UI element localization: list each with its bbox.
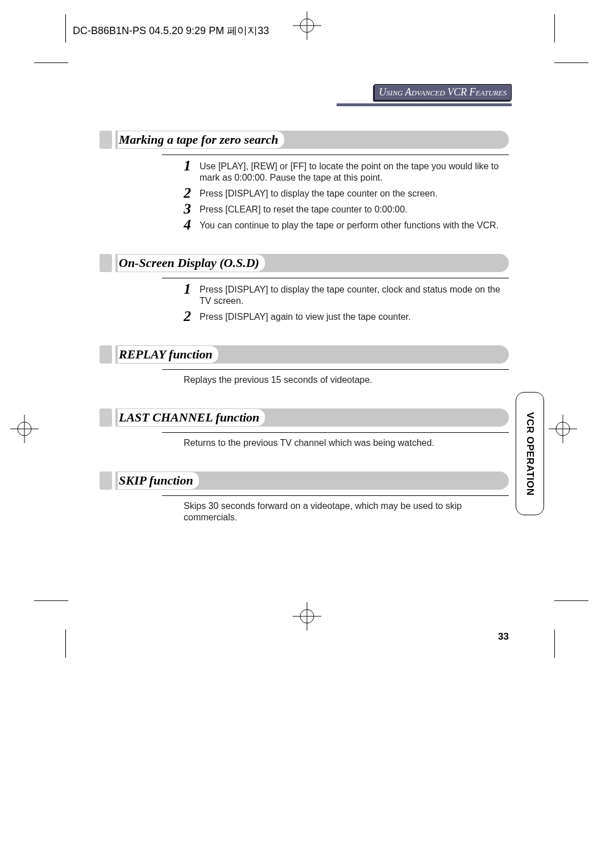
heading-title: On-Screen Display (O.S.D) bbox=[118, 254, 265, 272]
step-number: 2 bbox=[184, 187, 196, 199]
registration-mark-icon bbox=[549, 415, 577, 443]
section-body: Replays the previous 15 seconds of video… bbox=[184, 374, 479, 386]
divider bbox=[162, 369, 509, 370]
side-tab: VCR OPERATION bbox=[516, 392, 544, 515]
page-number: 33 bbox=[498, 631, 509, 642]
heading-bullet-icon bbox=[99, 254, 112, 272]
trim-mark bbox=[65, 629, 66, 658]
heading-bullet-icon bbox=[99, 131, 112, 149]
section-header-label: Using Advanced VCR Features bbox=[374, 84, 512, 101]
divider bbox=[162, 432, 509, 433]
section-heading: LAST CHANNEL function bbox=[99, 408, 509, 427]
trim-mark bbox=[34, 600, 68, 601]
section-heading: Marking a tape for zero search bbox=[99, 131, 509, 149]
step-number: 1 bbox=[184, 160, 196, 172]
trim-mark bbox=[65, 14, 66, 43]
divider bbox=[162, 278, 509, 278]
divider bbox=[162, 155, 509, 155]
trim-mark bbox=[34, 62, 68, 63]
step-text: Use [PLAY], [REW] or [FF] to locate the … bbox=[200, 160, 509, 183]
trim-mark bbox=[554, 629, 555, 658]
section-heading: SKIP function bbox=[99, 471, 509, 490]
print-header: DC-B86B1N-PS 04.5.20 9:29 PM 페이지33 bbox=[73, 24, 269, 37]
step-text: Press [DISPLAY] to display the tape coun… bbox=[200, 283, 509, 307]
section-header-rule bbox=[337, 103, 512, 106]
heading-bullet-icon bbox=[99, 408, 112, 427]
trim-mark bbox=[554, 14, 555, 43]
heading-title: REPLAY function bbox=[118, 346, 218, 363]
step-number: 1 bbox=[184, 283, 196, 295]
section-heading: On-Screen Display (O.S.D) bbox=[99, 254, 509, 272]
step-number: 3 bbox=[184, 203, 196, 215]
trim-mark bbox=[554, 600, 588, 601]
step-text: You can continue to play the tape or per… bbox=[200, 219, 499, 231]
registration-mark-icon bbox=[10, 415, 39, 443]
registration-mark-icon bbox=[293, 602, 321, 631]
step-number: 2 bbox=[184, 310, 196, 323]
heading-title: LAST CHANNEL function bbox=[118, 409, 265, 426]
heading-title: SKIP function bbox=[118, 472, 199, 489]
heading-bullet-icon bbox=[99, 471, 112, 490]
section-body: Skips 30 seconds forward on a videotape,… bbox=[184, 500, 479, 523]
step-number: 4 bbox=[184, 219, 196, 231]
section-heading: REPLAY function bbox=[99, 345, 509, 364]
section-body: Returns to the previous TV channel which… bbox=[184, 437, 479, 449]
step-text: Press [DISPLAY] again to view just the t… bbox=[200, 310, 410, 323]
heading-bullet-icon bbox=[99, 345, 112, 364]
step-text: Press [CLEAR] to reset the tape counter … bbox=[200, 203, 408, 215]
side-tab-label: VCR OPERATION bbox=[524, 412, 536, 495]
divider bbox=[162, 495, 509, 496]
heading-title: Marking a tape for zero search bbox=[118, 131, 284, 148]
registration-mark-icon bbox=[293, 11, 321, 40]
step-text: Press [DISPLAY] to display the tape coun… bbox=[200, 187, 438, 199]
trim-mark bbox=[554, 62, 588, 63]
